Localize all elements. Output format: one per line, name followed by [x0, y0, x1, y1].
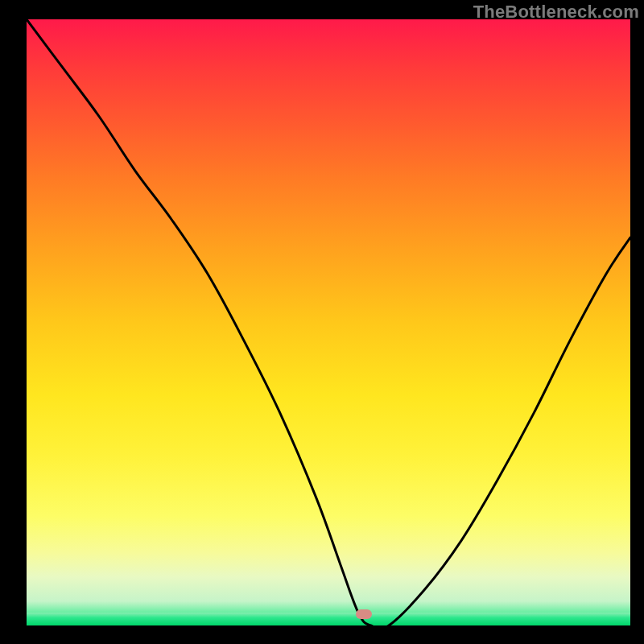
match-point-marker — [356, 609, 372, 619]
bottleneck-curve — [27, 19, 630, 625]
chart-frame: TheBottleneck.com — [0, 0, 644, 644]
plot-area — [27, 19, 630, 625]
watermark-label: TheBottleneck.com — [473, 2, 639, 23]
